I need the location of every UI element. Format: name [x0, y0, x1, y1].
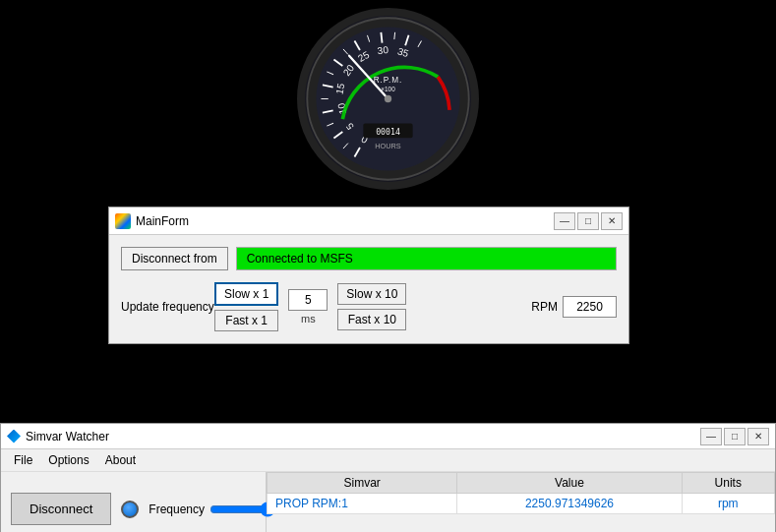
slow-x1-button[interactable]: Slow x 1	[214, 282, 278, 306]
svg-text:30: 30	[377, 44, 389, 56]
simvar-table-area: Simvar Value Units PROP RPM:1 2250.97134…	[267, 472, 775, 532]
minimize-button[interactable]: —	[554, 212, 575, 230]
main-form-titlebar: MainForm — □ ✕	[109, 207, 628, 235]
simvar-maximize-button[interactable]: □	[724, 428, 746, 445]
td-units: rpm	[682, 494, 774, 514]
rpm-section: RPM	[531, 296, 617, 318]
simvar-left-panel: Disconnect Frequency	[1, 472, 267, 532]
frequency-text: Frequency	[149, 502, 205, 516]
connection-status: Connected to MSFS	[236, 247, 617, 270]
simvar-title-left: Simvar Watcher	[7, 430, 109, 443]
simvar-body: Disconnect Frequency Simvar Value Units	[1, 472, 775, 532]
close-button[interactable]: ✕	[601, 212, 623, 230]
connection-row: Disconnect from Connected to MSFS	[121, 247, 617, 270]
menu-about[interactable]: About	[97, 451, 144, 469]
main-form-window: MainForm — □ ✕ Disconnect from Connected…	[108, 207, 629, 344]
simvar-menubar: File Options About	[1, 449, 775, 472]
gauge-area: 0 5 10 15 20 25 30 35	[0, 0, 776, 197]
simvar-minimize-button[interactable]: —	[700, 428, 722, 445]
rpm-label: RPM	[531, 300, 558, 314]
simvar-title: Simvar Watcher	[26, 430, 109, 443]
rpm-gauge: 0 5 10 15 20 25 30 35	[297, 8, 479, 190]
col-simvar: Simvar	[268, 473, 457, 494]
svg-line-14	[381, 31, 382, 42]
frequency-row: Update frequency Slow x 1 Fast x 1 ms Sl…	[121, 282, 617, 331]
simvar-icon	[7, 430, 21, 443]
frequency-label: Update frequency	[121, 300, 214, 314]
titlebar-left: MainForm	[115, 213, 189, 229]
fast-x10-button[interactable]: Fast x 10	[337, 309, 406, 330]
col-units: Units	[682, 473, 774, 494]
svg-text:R.P.M.: R.P.M.	[374, 76, 403, 85]
disconnect-button[interactable]: Disconnect	[11, 493, 111, 525]
menu-options[interactable]: Options	[40, 451, 96, 469]
radio-indicator	[121, 501, 139, 518]
main-form-icon	[115, 213, 131, 229]
svg-text:×100: ×100	[381, 85, 395, 91]
simvar-titlebar: Simvar Watcher — □ ✕	[1, 424, 775, 449]
freq-buttons-left: Slow x 1 Fast x 1	[214, 282, 278, 331]
svg-text:HOURS: HOURS	[375, 142, 400, 150]
titlebar-controls: — □ ✕	[554, 212, 623, 230]
menu-file[interactable]: File	[6, 451, 40, 469]
main-form-title: MainForm	[136, 214, 189, 228]
fast-x1-button[interactable]: Fast x 1	[214, 310, 278, 331]
maximize-button[interactable]: □	[577, 212, 599, 230]
slow-x10-button[interactable]: Slow x 10	[337, 283, 406, 305]
svg-point-32	[385, 94, 391, 101]
simvar-watcher-window: Simvar Watcher — □ ✕ File Options About …	[0, 423, 776, 532]
simvar-titlebar-controls: — □ ✕	[700, 428, 769, 445]
td-value: 2250.971349626	[457, 494, 682, 514]
table-row: PROP RPM:1 2250.971349626 rpm	[268, 494, 775, 514]
disconnect-from-button[interactable]: Disconnect from	[121, 247, 228, 270]
col-value: Value	[457, 473, 682, 494]
main-form-body: Disconnect from Connected to MSFS Update…	[109, 235, 628, 343]
freq-buttons-right: Slow x 10 Fast x 10	[337, 283, 406, 330]
rpm-value-input[interactable]	[563, 296, 617, 318]
ms-section: ms	[288, 289, 328, 325]
simvar-close-button[interactable]: ✕	[747, 428, 769, 445]
svg-text:00014: 00014	[376, 126, 400, 136]
ms-label: ms	[301, 313, 316, 325]
td-simvar: PROP RPM:1	[268, 494, 457, 514]
simvar-table: Simvar Value Units PROP RPM:1 2250.97134…	[267, 472, 775, 514]
ms-input[interactable]	[288, 289, 328, 311]
